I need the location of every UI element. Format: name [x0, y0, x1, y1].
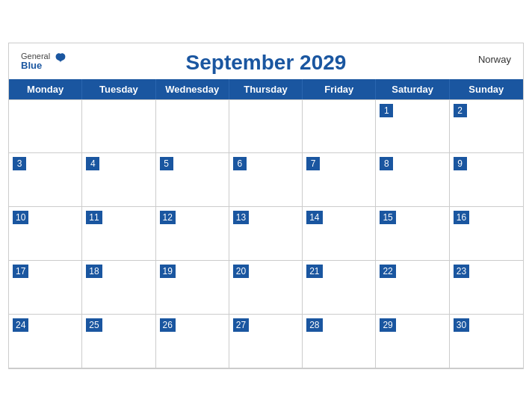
- day-number: 23: [454, 265, 469, 279]
- day-cell-6: 6: [229, 153, 303, 207]
- day-number: 27: [233, 318, 249, 333]
- day-cell-24: 24: [9, 315, 82, 368]
- day-number: 2: [454, 104, 467, 118]
- day-cell-11: 11: [82, 207, 155, 261]
- day-number: 8: [380, 157, 393, 171]
- day-number: 19: [160, 265, 176, 279]
- logo-blue-text: Blue: [21, 61, 50, 71]
- day-cell-9: 9: [450, 153, 523, 207]
- day-cell-3: 3: [9, 153, 82, 207]
- day-cell-7: 7: [303, 153, 376, 207]
- day-cell-16: 16: [450, 207, 523, 261]
- day-number: 9: [454, 157, 467, 171]
- day-number: 11: [86, 211, 102, 225]
- day-number: 7: [306, 157, 320, 171]
- day-cell-empty: [156, 99, 229, 153]
- day-header-tuesday: Tuesday: [82, 79, 155, 99]
- day-cell-21: 21: [303, 261, 376, 315]
- day-number: 17: [13, 265, 28, 279]
- day-number: 13: [233, 211, 249, 225]
- country-label: Norway: [478, 54, 511, 65]
- day-cell-27: 27: [229, 315, 303, 368]
- day-number: 18: [86, 265, 102, 279]
- day-cell-22: 22: [376, 261, 449, 315]
- day-number: 28: [306, 318, 322, 333]
- day-cell-13: 13: [229, 207, 303, 261]
- day-number: 20: [233, 265, 249, 279]
- day-number: 30: [454, 318, 469, 333]
- calendar-grid: 1234567891011121314151617181920212223242…: [9, 99, 523, 368]
- day-number: 4: [86, 157, 99, 171]
- day-number: 25: [86, 318, 102, 333]
- calendar-title: September 2029: [186, 51, 347, 75]
- day-cell-2: 2: [450, 99, 523, 153]
- day-number: 6: [233, 157, 247, 171]
- day-cell-19: 19: [156, 261, 229, 315]
- day-cell-23: 23: [450, 261, 523, 315]
- day-header-saturday: Saturday: [376, 79, 449, 99]
- day-cell-empty: [229, 99, 303, 153]
- day-cell-15: 15: [376, 207, 449, 261]
- day-number: 15: [380, 211, 395, 225]
- day-cell-26: 26: [156, 315, 229, 368]
- day-number: 10: [13, 211, 28, 225]
- calendar-header: General Blue September 2029 Norway: [9, 43, 523, 79]
- day-number: 5: [160, 157, 173, 171]
- day-number: 16: [454, 211, 469, 225]
- day-cell-5: 5: [156, 153, 229, 207]
- day-number: 12: [160, 211, 176, 225]
- day-number: 1: [380, 104, 393, 118]
- day-cell-28: 28: [303, 315, 376, 368]
- day-number: 22: [380, 265, 395, 279]
- day-cell-10: 10: [9, 207, 82, 261]
- day-cell-18: 18: [82, 261, 155, 315]
- day-header-friday: Friday: [303, 79, 376, 99]
- logo-bird-icon: [53, 52, 68, 73]
- calendar: General Blue September 2029 Norway Monda…: [8, 43, 524, 369]
- day-header-thursday: Thursday: [229, 79, 303, 99]
- day-header-sunday: Sunday: [450, 79, 523, 99]
- day-cell-empty: [9, 99, 82, 153]
- day-cell-14: 14: [303, 207, 376, 261]
- day-cell-12: 12: [156, 207, 229, 261]
- day-number: 14: [306, 211, 322, 225]
- logo: General Blue: [21, 51, 68, 73]
- day-cell-17: 17: [9, 261, 82, 315]
- day-cell-4: 4: [82, 153, 155, 207]
- day-cell-empty: [303, 99, 376, 153]
- day-header-monday: Monday: [9, 79, 82, 99]
- days-header: MondayTuesdayWednesdayThursdayFridaySatu…: [9, 79, 523, 99]
- day-number: 24: [13, 318, 28, 333]
- day-number: 3: [13, 157, 26, 171]
- day-cell-29: 29: [376, 315, 449, 368]
- day-number: 29: [380, 318, 395, 333]
- day-number: 26: [160, 318, 176, 333]
- day-cell-25: 25: [82, 315, 155, 368]
- day-cell-20: 20: [229, 261, 303, 315]
- day-cell-empty: [82, 99, 155, 153]
- day-header-wednesday: Wednesday: [156, 79, 229, 99]
- day-cell-1: 1: [376, 99, 449, 153]
- day-cell-8: 8: [376, 153, 449, 207]
- day-cell-30: 30: [450, 315, 523, 368]
- day-number: 21: [306, 265, 322, 279]
